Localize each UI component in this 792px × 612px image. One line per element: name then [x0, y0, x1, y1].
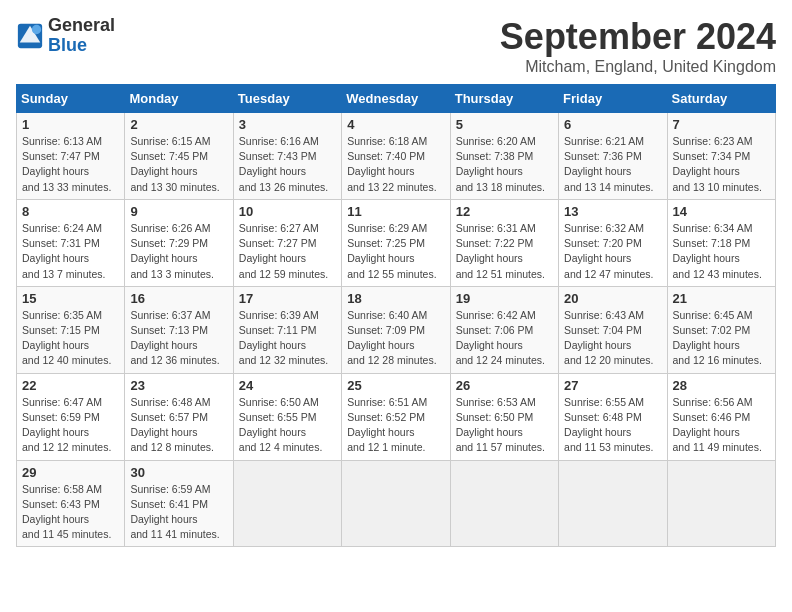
day-number: 15 — [22, 291, 119, 306]
day-number: 23 — [130, 378, 227, 393]
table-row: 12 Sunrise: 6:31 AMSunset: 7:22 PMDaylig… — [450, 199, 558, 286]
day-info: Sunrise: 6:20 AMSunset: 7:38 PMDaylight … — [456, 134, 553, 195]
logo-text: General Blue — [48, 16, 115, 56]
calendar-subtitle: Mitcham, England, United Kingdom — [500, 58, 776, 76]
logo-line2: Blue — [48, 36, 115, 56]
col-tuesday: Tuesday — [233, 85, 341, 113]
day-number: 4 — [347, 117, 444, 132]
calendar-week: 22 Sunrise: 6:47 AMSunset: 6:59 PMDaylig… — [17, 373, 776, 460]
day-number: 14 — [673, 204, 770, 219]
logo-line1: General — [48, 16, 115, 36]
day-info: Sunrise: 6:53 AMSunset: 6:50 PMDaylight … — [456, 395, 553, 456]
table-row — [559, 460, 667, 547]
day-info: Sunrise: 6:56 AMSunset: 6:46 PMDaylight … — [673, 395, 770, 456]
table-row: 28 Sunrise: 6:56 AMSunset: 6:46 PMDaylig… — [667, 373, 775, 460]
day-info: Sunrise: 6:37 AMSunset: 7:13 PMDaylight … — [130, 308, 227, 369]
day-info: Sunrise: 6:43 AMSunset: 7:04 PMDaylight … — [564, 308, 661, 369]
day-number: 9 — [130, 204, 227, 219]
day-info: Sunrise: 6:50 AMSunset: 6:55 PMDaylight … — [239, 395, 336, 456]
logo-icon — [16, 22, 44, 50]
day-info: Sunrise: 6:31 AMSunset: 7:22 PMDaylight … — [456, 221, 553, 282]
day-number: 18 — [347, 291, 444, 306]
day-number: 10 — [239, 204, 336, 219]
day-number: 20 — [564, 291, 661, 306]
logo: General Blue — [16, 16, 115, 56]
table-row: 8 Sunrise: 6:24 AMSunset: 7:31 PMDayligh… — [17, 199, 125, 286]
day-number: 5 — [456, 117, 553, 132]
day-number: 7 — [673, 117, 770, 132]
day-number: 1 — [22, 117, 119, 132]
table-row: 7 Sunrise: 6:23 AMSunset: 7:34 PMDayligh… — [667, 113, 775, 200]
table-row: 4 Sunrise: 6:18 AMSunset: 7:40 PMDayligh… — [342, 113, 450, 200]
day-number: 24 — [239, 378, 336, 393]
title-block: September 2024 Mitcham, England, United … — [500, 16, 776, 76]
table-row — [233, 460, 341, 547]
day-info: Sunrise: 6:47 AMSunset: 6:59 PMDaylight … — [22, 395, 119, 456]
day-info: Sunrise: 6:18 AMSunset: 7:40 PMDaylight … — [347, 134, 444, 195]
day-number: 21 — [673, 291, 770, 306]
table-row: 5 Sunrise: 6:20 AMSunset: 7:38 PMDayligh… — [450, 113, 558, 200]
table-row: 10 Sunrise: 6:27 AMSunset: 7:27 PMDaylig… — [233, 199, 341, 286]
table-row: 18 Sunrise: 6:40 AMSunset: 7:09 PMDaylig… — [342, 286, 450, 373]
table-row: 26 Sunrise: 6:53 AMSunset: 6:50 PMDaylig… — [450, 373, 558, 460]
calendar-week: 15 Sunrise: 6:35 AMSunset: 7:15 PMDaylig… — [17, 286, 776, 373]
col-friday: Friday — [559, 85, 667, 113]
day-info: Sunrise: 6:26 AMSunset: 7:29 PMDaylight … — [130, 221, 227, 282]
calendar-table: Sunday Monday Tuesday Wednesday Thursday… — [16, 84, 776, 547]
svg-point-2 — [32, 25, 41, 34]
page-header: General Blue September 2024 Mitcham, Eng… — [16, 16, 776, 76]
table-row: 23 Sunrise: 6:48 AMSunset: 6:57 PMDaylig… — [125, 373, 233, 460]
day-info: Sunrise: 6:35 AMSunset: 7:15 PMDaylight … — [22, 308, 119, 369]
day-info: Sunrise: 6:55 AMSunset: 6:48 PMDaylight … — [564, 395, 661, 456]
day-info: Sunrise: 6:27 AMSunset: 7:27 PMDaylight … — [239, 221, 336, 282]
day-number: 26 — [456, 378, 553, 393]
day-info: Sunrise: 6:32 AMSunset: 7:20 PMDaylight … — [564, 221, 661, 282]
day-number: 19 — [456, 291, 553, 306]
calendar-week: 29 Sunrise: 6:58 AMSunset: 6:43 PMDaylig… — [17, 460, 776, 547]
table-row: 29 Sunrise: 6:58 AMSunset: 6:43 PMDaylig… — [17, 460, 125, 547]
col-saturday: Saturday — [667, 85, 775, 113]
day-info: Sunrise: 6:51 AMSunset: 6:52 PMDaylight … — [347, 395, 444, 456]
table-row: 30 Sunrise: 6:59 AMSunset: 6:41 PMDaylig… — [125, 460, 233, 547]
table-row — [450, 460, 558, 547]
table-row: 11 Sunrise: 6:29 AMSunset: 7:25 PMDaylig… — [342, 199, 450, 286]
day-info: Sunrise: 6:40 AMSunset: 7:09 PMDaylight … — [347, 308, 444, 369]
day-info: Sunrise: 6:59 AMSunset: 6:41 PMDaylight … — [130, 482, 227, 543]
day-number: 2 — [130, 117, 227, 132]
table-row: 24 Sunrise: 6:50 AMSunset: 6:55 PMDaylig… — [233, 373, 341, 460]
table-row: 3 Sunrise: 6:16 AMSunset: 7:43 PMDayligh… — [233, 113, 341, 200]
day-info: Sunrise: 6:48 AMSunset: 6:57 PMDaylight … — [130, 395, 227, 456]
day-number: 28 — [673, 378, 770, 393]
table-row: 14 Sunrise: 6:34 AMSunset: 7:18 PMDaylig… — [667, 199, 775, 286]
col-sunday: Sunday — [17, 85, 125, 113]
day-info: Sunrise: 6:45 AMSunset: 7:02 PMDaylight … — [673, 308, 770, 369]
day-number: 25 — [347, 378, 444, 393]
day-number: 11 — [347, 204, 444, 219]
table-row: 16 Sunrise: 6:37 AMSunset: 7:13 PMDaylig… — [125, 286, 233, 373]
header-row: Sunday Monday Tuesday Wednesday Thursday… — [17, 85, 776, 113]
table-row: 19 Sunrise: 6:42 AMSunset: 7:06 PMDaylig… — [450, 286, 558, 373]
calendar-week: 1 Sunrise: 6:13 AMSunset: 7:47 PMDayligh… — [17, 113, 776, 200]
day-number: 17 — [239, 291, 336, 306]
table-row: 9 Sunrise: 6:26 AMSunset: 7:29 PMDayligh… — [125, 199, 233, 286]
day-info: Sunrise: 6:58 AMSunset: 6:43 PMDaylight … — [22, 482, 119, 543]
day-number: 22 — [22, 378, 119, 393]
day-number: 13 — [564, 204, 661, 219]
day-number: 27 — [564, 378, 661, 393]
day-info: Sunrise: 6:24 AMSunset: 7:31 PMDaylight … — [22, 221, 119, 282]
day-info: Sunrise: 6:21 AMSunset: 7:36 PMDaylight … — [564, 134, 661, 195]
table-row: 27 Sunrise: 6:55 AMSunset: 6:48 PMDaylig… — [559, 373, 667, 460]
table-row: 6 Sunrise: 6:21 AMSunset: 7:36 PMDayligh… — [559, 113, 667, 200]
table-row: 17 Sunrise: 6:39 AMSunset: 7:11 PMDaylig… — [233, 286, 341, 373]
calendar-body: 1 Sunrise: 6:13 AMSunset: 7:47 PMDayligh… — [17, 113, 776, 547]
col-monday: Monday — [125, 85, 233, 113]
day-number: 16 — [130, 291, 227, 306]
table-row: 15 Sunrise: 6:35 AMSunset: 7:15 PMDaylig… — [17, 286, 125, 373]
day-number: 29 — [22, 465, 119, 480]
table-row: 2 Sunrise: 6:15 AMSunset: 7:45 PMDayligh… — [125, 113, 233, 200]
day-info: Sunrise: 6:16 AMSunset: 7:43 PMDaylight … — [239, 134, 336, 195]
day-number: 12 — [456, 204, 553, 219]
day-number: 30 — [130, 465, 227, 480]
table-row: 25 Sunrise: 6:51 AMSunset: 6:52 PMDaylig… — [342, 373, 450, 460]
table-row: 20 Sunrise: 6:43 AMSunset: 7:04 PMDaylig… — [559, 286, 667, 373]
